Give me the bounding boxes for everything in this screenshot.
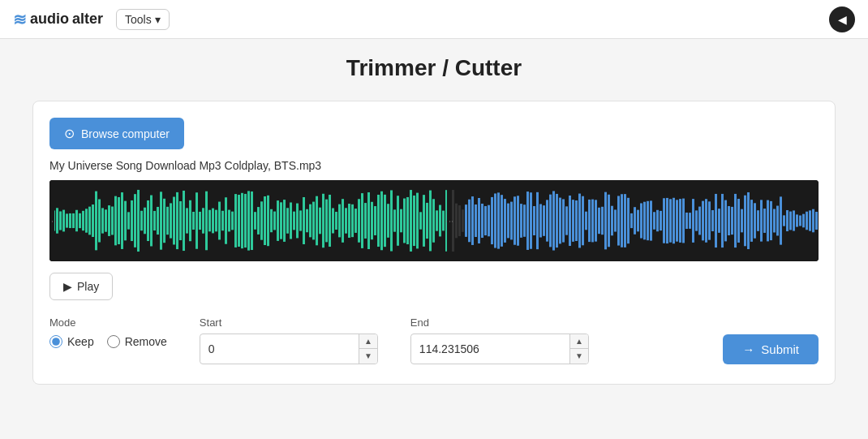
start-section: Start ▲ ▼ <box>200 316 378 364</box>
mode-label: Mode <box>49 316 167 329</box>
header-left: ≋ audioalter Tools ▾ <box>13 9 170 30</box>
logo-text-light: audio <box>30 11 69 28</box>
play-label: Play <box>77 280 99 293</box>
upload-icon: ⊙ <box>64 126 75 141</box>
chevron-down-icon: ▾ <box>155 13 161 26</box>
handle-right-dots: ⋮ <box>445 217 453 224</box>
main-content: Trimmer / Cutter ⊙ Browse computer My Un… <box>0 39 868 401</box>
tools-button[interactable]: Tools ▾ <box>116 9 170 30</box>
radio-group: Keep Remove <box>49 335 167 348</box>
browse-label: Browse computer <box>81 127 170 140</box>
logo: ≋ audioalter <box>13 10 103 29</box>
submit-label: Submit <box>761 342 799 356</box>
end-input-wrap: ▲ ▼ <box>410 334 589 364</box>
browse-computer-button[interactable]: ⊙ Browse computer <box>49 118 184 149</box>
end-decrement[interactable]: ▼ <box>570 349 588 364</box>
start-input-wrap: ▲ ▼ <box>200 334 378 364</box>
play-icon: ▶ <box>63 280 72 293</box>
start-label: Start <box>200 316 378 329</box>
end-label: End <box>410 316 589 329</box>
play-button[interactable]: ▶ Play <box>49 273 113 300</box>
trimmer-card: ⊙ Browse computer My Universe Song Downl… <box>32 101 836 385</box>
start-decrement[interactable]: ▼ <box>359 349 377 364</box>
remove-radio-item[interactable]: Remove <box>107 335 167 348</box>
logo-icon: ≋ <box>13 10 27 29</box>
file-name-label: My Universe Song Download Mp3 Coldplay, … <box>49 159 819 172</box>
start-input[interactable] <box>200 336 359 362</box>
end-section: End ▲ ▼ <box>410 316 589 364</box>
logo-text-bold: alter <box>72 11 103 28</box>
waveform-container[interactable]: ⋮ ⋮ <box>49 180 819 261</box>
end-spinners: ▲ ▼ <box>569 334 588 364</box>
handle-left-dots: ⋮ <box>49 217 56 224</box>
page-title: Trimmer / Cutter <box>32 55 836 81</box>
arrow-right-icon: → <box>742 342 754 356</box>
avatar-icon: ◀ <box>838 13 847 26</box>
keep-label: Keep <box>67 335 94 348</box>
controls-area: Mode Keep Remove Start <box>49 316 819 364</box>
mode-section: Mode Keep Remove <box>49 316 167 348</box>
keep-radio[interactable] <box>49 335 62 348</box>
start-spinners: ▲ ▼ <box>359 334 377 364</box>
user-avatar: ◀ <box>829 6 855 32</box>
keep-radio-item[interactable]: Keep <box>49 335 94 348</box>
submit-button[interactable]: → Submit <box>723 334 819 364</box>
remove-radio[interactable] <box>107 335 120 348</box>
app-header: ≋ audioalter Tools ▾ ◀ <box>0 0 868 39</box>
waveform-canvas <box>49 180 819 261</box>
end-input[interactable] <box>411 336 569 362</box>
start-increment[interactable]: ▲ <box>359 334 377 349</box>
end-increment[interactable]: ▲ <box>570 334 588 349</box>
waveform-handle-right[interactable]: ⋮ <box>447 180 452 261</box>
waveform-handle-left[interactable]: ⋮ <box>49 180 54 261</box>
tools-label: Tools <box>125 13 152 26</box>
controls-row: Mode Keep Remove Start <box>49 316 589 364</box>
remove-label: Remove <box>125 335 167 348</box>
